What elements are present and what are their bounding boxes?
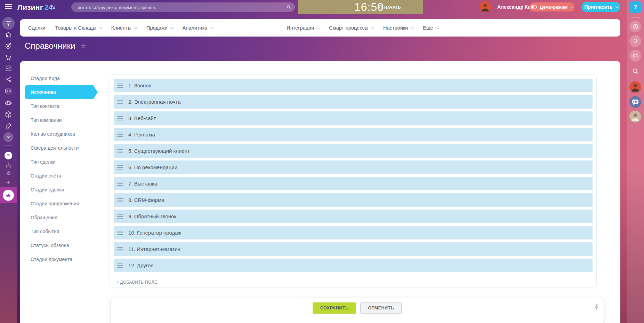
source-row[interactable]: 9. Обратный звонок bbox=[114, 210, 593, 223]
drag-handle-icon[interactable] bbox=[117, 182, 123, 186]
app-logo[interactable]: Лизинг24 bbox=[17, 3, 53, 11]
filter-settings-icon[interactable] bbox=[50, 5, 56, 10]
target-icon[interactable] bbox=[0, 42, 17, 50]
menu-item-more[interactable]: Еще bbox=[418, 25, 443, 31]
chat-lines-icon[interactable] bbox=[627, 50, 644, 62]
search-input[interactable] bbox=[77, 2, 280, 13]
crm-funnel-icon[interactable] bbox=[0, 17, 17, 30]
sign-pen-icon[interactable] bbox=[0, 122, 17, 130]
source-row[interactable]: 10. Генератор продаж bbox=[114, 226, 593, 239]
divider bbox=[4, 145, 13, 146]
search-icon[interactable] bbox=[627, 68, 644, 75]
crown-icon[interactable] bbox=[0, 187, 17, 203]
time-tracker-widget[interactable]: 16:50 НАЧАТЬ bbox=[298, 0, 423, 14]
drag-handle-icon[interactable] bbox=[117, 231, 123, 235]
category-item[interactable]: Стадии счёта bbox=[25, 169, 93, 183]
category-item[interactable]: Стадии лида bbox=[25, 71, 93, 85]
avatar[interactable] bbox=[627, 81, 644, 93]
drag-handle-icon[interactable] bbox=[117, 133, 123, 137]
drag-handle-icon[interactable] bbox=[117, 198, 123, 202]
start-workday-button[interactable]: НАЧАТЬ bbox=[384, 5, 401, 9]
menu-item-products[interactable]: Товары и Склады bbox=[50, 25, 106, 31]
category-item-selected[interactable]: Источники bbox=[25, 85, 93, 99]
bitrix-crm-app: ? Лизинг24 16:50 НАЧАТЬ bbox=[0, 0, 644, 323]
category-item[interactable]: Тип компании bbox=[25, 113, 93, 127]
chevron-down-icon bbox=[371, 26, 375, 29]
menu-item-settings[interactable]: Настройки bbox=[378, 25, 418, 31]
menu-item-analytics[interactable]: Аналитика bbox=[178, 25, 218, 31]
menu-item-integrations[interactable]: Интеграции bbox=[282, 25, 324, 31]
search-icon[interactable] bbox=[286, 5, 291, 10]
play-circle-icon[interactable] bbox=[377, 5, 383, 10]
main-menu: Сделки Товары и Склады Клиенты Продажи А… bbox=[20, 19, 620, 37]
add-field-button[interactable]: + ДОБАВИТЬ ПОЛЕ bbox=[116, 280, 157, 285]
contacts-card-icon[interactable] bbox=[0, 87, 17, 95]
source-row[interactable]: 1. Звонок bbox=[114, 79, 593, 92]
category-item[interactable]: Тип контакта bbox=[25, 99, 93, 113]
pin-icon[interactable] bbox=[594, 304, 599, 310]
user-avatar[interactable] bbox=[479, 1, 491, 13]
invite-button[interactable]: Пригласить bbox=[581, 2, 620, 12]
drag-handle-icon[interactable] bbox=[117, 165, 123, 170]
category-item[interactable]: Стадии документа bbox=[25, 252, 93, 266]
menu-item-smart-processes[interactable]: Смарт-процессы bbox=[324, 25, 378, 31]
menu-item-clients[interactable]: Клиенты bbox=[106, 25, 142, 31]
home-icon[interactable] bbox=[0, 31, 17, 39]
category-item[interactable]: Стадии предложения bbox=[25, 197, 93, 211]
svg-text:?: ? bbox=[7, 153, 10, 158]
source-row[interactable]: 5. Существующий клиент bbox=[114, 144, 593, 158]
drag-handle-icon[interactable] bbox=[117, 247, 123, 251]
menu-icon[interactable] bbox=[0, 4, 17, 9]
menu-item-deals[interactable]: Сделки bbox=[23, 25, 50, 31]
question-circle-icon[interactable]: ? bbox=[0, 151, 17, 160]
product-box-icon[interactable] bbox=[0, 111, 17, 118]
drag-handle-icon[interactable] bbox=[117, 116, 123, 120]
share-icon[interactable] bbox=[0, 76, 17, 83]
chevron-down-icon bbox=[436, 26, 440, 29]
save-button[interactable]: СОХРАНИТЬ bbox=[313, 302, 356, 314]
drag-handle-icon[interactable] bbox=[117, 149, 123, 153]
tasks-icon[interactable] bbox=[0, 65, 17, 72]
gear-icon[interactable] bbox=[0, 170, 17, 176]
page-header: Справочники ☆ bbox=[25, 41, 86, 51]
menu-item-sales[interactable]: Продажи bbox=[142, 25, 178, 31]
help-icon[interactable]: ? bbox=[627, 1, 644, 13]
drag-handle-icon[interactable] bbox=[117, 84, 123, 88]
category-item[interactable]: Обращения bbox=[25, 211, 93, 224]
robot-icon[interactable] bbox=[0, 99, 17, 107]
avatar[interactable] bbox=[627, 111, 644, 123]
source-row[interactable]: 7. Выставка bbox=[114, 177, 593, 190]
drag-handle-icon[interactable] bbox=[117, 214, 123, 219]
source-row[interactable]: 8. CRM-форма bbox=[114, 193, 593, 207]
category-item[interactable]: Тип сделки bbox=[25, 155, 93, 169]
sitemap-icon[interactable] bbox=[0, 162, 17, 168]
source-row[interactable]: 4. Реклама bbox=[114, 128, 593, 141]
bell-icon[interactable] bbox=[627, 35, 644, 47]
chevron-down-icon bbox=[615, 5, 619, 8]
cancel-button[interactable]: ОТМЕНИТЬ bbox=[360, 302, 402, 314]
source-row[interactable]: 3. Веб-сайт bbox=[114, 111, 593, 125]
drag-handle-icon[interactable] bbox=[117, 263, 123, 268]
source-row[interactable]: 2. Электронная почта bbox=[114, 95, 593, 109]
divider bbox=[631, 17, 640, 18]
directory-category-list: Стадии лида Источники Тип контакта Тип к… bbox=[25, 71, 98, 266]
source-row[interactable]: 12. Другое bbox=[114, 259, 593, 272]
category-item[interactable]: Кол-во сотрудников bbox=[25, 127, 93, 141]
cart-icon[interactable] bbox=[0, 54, 17, 61]
source-row[interactable]: 11. Интернет-магазин bbox=[114, 242, 593, 256]
chevron-down-circle-icon[interactable] bbox=[0, 132, 17, 142]
category-item[interactable]: Стадии сделки bbox=[25, 183, 93, 197]
source-row[interactable]: 6. По рекомендации bbox=[114, 160, 593, 174]
favorite-star-icon[interactable]: ☆ bbox=[80, 42, 86, 50]
category-item[interactable]: Сфера деятельности bbox=[25, 141, 93, 155]
drag-handle-icon[interactable] bbox=[117, 100, 123, 104]
plus-icon[interactable] bbox=[0, 179, 17, 186]
history-clock-icon[interactable] bbox=[627, 21, 644, 32]
category-item[interactable]: Тип события bbox=[25, 224, 93, 238]
group-chat-icon[interactable] bbox=[627, 96, 644, 108]
category-item[interactable]: Статусы обзвона bbox=[25, 238, 93, 252]
divider bbox=[631, 79, 640, 79]
save-panel: СОХРАНИТЬ ОТМЕНИТЬ bbox=[110, 298, 604, 323]
demo-mode-button[interactable]: Демо-режим bbox=[529, 2, 574, 11]
chevron-down-icon bbox=[411, 26, 414, 29]
